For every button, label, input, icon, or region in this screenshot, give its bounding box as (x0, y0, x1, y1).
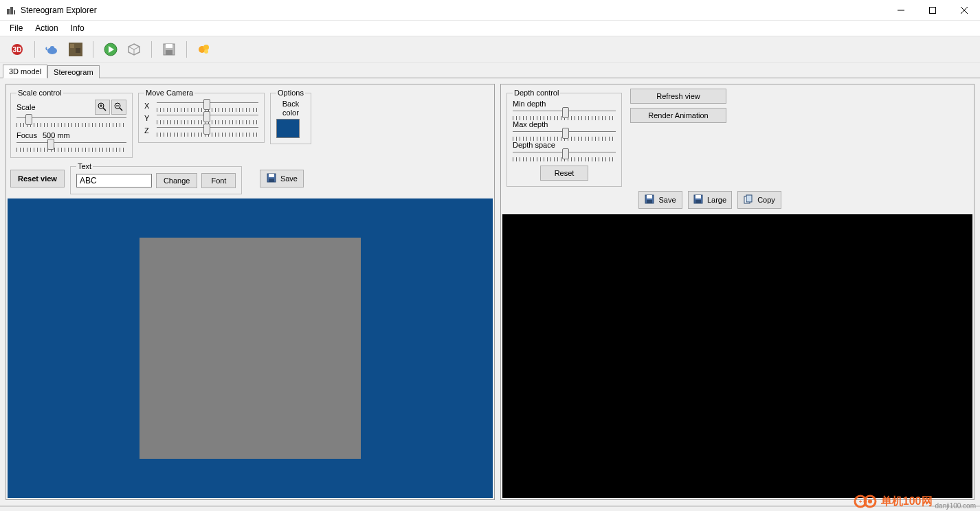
reset-view-button[interactable]: Reset view (10, 170, 65, 188)
scale-label: Scale (16, 103, 36, 111)
text-group: Text Change Font (70, 162, 243, 194)
svg-rect-1 (10, 7, 13, 14)
menu-file[interactable]: File (4, 22, 28, 34)
move-camera-legend: Move Camera (144, 89, 194, 97)
toolbar-cube-icon[interactable] (124, 39, 144, 60)
toolbar-save-icon[interactable] (159, 39, 179, 60)
text-legend: Text (76, 162, 93, 170)
focus-value: 500 mm (43, 131, 70, 139)
save-icon (693, 194, 703, 205)
refresh-view-button[interactable]: Refresh view (630, 89, 726, 104)
back-color-label: Back color (276, 100, 305, 117)
save-icon (645, 194, 654, 205)
depth-control-group: Depth control Min depth Max depth Depth … (506, 89, 622, 187)
svg-rect-41 (695, 200, 701, 203)
large-button[interactable]: Large (688, 191, 732, 209)
maximize-button[interactable] (917, 0, 948, 21)
menu-info[interactable]: Info (65, 22, 90, 34)
focus-slider[interactable] (16, 142, 126, 152)
right-save-button[interactable]: Save (638, 191, 682, 209)
text-input[interactable] (76, 174, 152, 188)
svg-text:+: + (858, 499, 862, 505)
render-animation-button[interactable]: Render Animation (630, 108, 726, 123)
back-color-swatch[interactable] (276, 119, 300, 138)
move-camera-group: Move Camera X Y Z (138, 89, 265, 143)
toolbar-separator (186, 41, 187, 58)
svg-rect-2 (14, 10, 15, 14)
svg-rect-40 (695, 195, 701, 198)
x-label: X (144, 102, 153, 110)
left-panel: Scale control Scale Focus 500 mm (5, 84, 495, 500)
right-viewport[interactable] (502, 214, 972, 498)
model-preview (140, 238, 361, 459)
svg-point-46 (868, 499, 872, 503)
close-button[interactable] (948, 0, 980, 21)
camera-x-slider[interactable] (157, 100, 258, 112)
svg-text:3D: 3D (13, 46, 22, 54)
depth-reset-button[interactable]: Reset (540, 166, 588, 181)
max-depth-slider[interactable] (513, 131, 616, 141)
svg-line-18 (134, 47, 140, 49)
toolbar: 3D (0, 36, 980, 63)
svg-rect-13 (76, 48, 80, 53)
toolbar-texture-icon[interactable] (65, 39, 86, 60)
change-button[interactable]: Change (156, 173, 198, 188)
scale-slider[interactable] (16, 117, 126, 127)
zoom-out-button[interactable] (111, 100, 126, 115)
camera-y-slider[interactable] (157, 112, 258, 124)
focus-label: Focus (16, 131, 37, 139)
y-label: Y (144, 114, 153, 122)
z-label: Z (144, 126, 153, 135)
right-panel: Depth control Min depth Max depth Depth … (500, 84, 975, 500)
zoom-in-button[interactable] (95, 100, 110, 115)
tab-stereogram[interactable]: Stereogram (47, 65, 99, 78)
svg-rect-38 (647, 200, 652, 203)
copy-label: Copy (757, 196, 775, 204)
menu-action[interactable]: Action (30, 22, 63, 34)
options-legend: Options (276, 89, 305, 97)
save-icon (267, 173, 276, 184)
tab-strip: 3D model Stereogram (0, 63, 980, 78)
tab-3d-model[interactable]: 3D model (3, 65, 47, 78)
minimize-button[interactable] (885, 0, 917, 21)
svg-rect-35 (269, 179, 274, 182)
svg-point-10 (50, 46, 54, 49)
window-controls (885, 0, 980, 21)
depth-control-legend: Depth control (513, 89, 560, 97)
svg-rect-4 (930, 7, 936, 13)
toolbar-separator (34, 41, 35, 58)
title-bar: Stereogram Explorer (0, 0, 980, 21)
toolbar-animate-icon[interactable] (194, 39, 214, 60)
save-label: Save (280, 174, 298, 183)
toolbar-separator (93, 41, 93, 58)
save-button[interactable]: Save (260, 170, 304, 188)
menu-bar: File Action Info (0, 21, 980, 36)
font-button[interactable]: Font (201, 173, 236, 188)
toolbar-separator (151, 41, 152, 58)
svg-rect-43 (746, 195, 752, 202)
camera-z-slider[interactable] (157, 124, 258, 137)
depth-space-slider[interactable] (513, 152, 616, 161)
status-bar (0, 506, 980, 511)
toolbar-teapot-icon[interactable] (42, 39, 63, 60)
watermark-text: 单机100网 (881, 495, 933, 509)
right-save-label: Save (658, 196, 676, 204)
copy-button[interactable]: Copy (737, 191, 781, 209)
svg-point-24 (203, 45, 209, 50)
watermark-icon: + (854, 493, 878, 510)
watermark: + 单机100网 danji100.com (854, 493, 976, 510)
svg-rect-37 (647, 195, 652, 198)
scale-control-legend: Scale control (16, 89, 63, 97)
svg-rect-22 (166, 50, 172, 55)
svg-line-17 (129, 47, 134, 49)
watermark-sub: danji100.com (935, 502, 976, 510)
svg-line-27 (103, 108, 106, 111)
svg-rect-21 (166, 44, 172, 48)
large-label: Large (707, 196, 726, 204)
min-depth-slider[interactable] (513, 111, 616, 120)
app-title: Stereogram Explorer (21, 5, 97, 15)
copy-icon (744, 194, 753, 205)
toolbar-play-icon[interactable] (100, 39, 121, 60)
toolbar-3d-icon[interactable]: 3D (7, 39, 27, 60)
left-viewport[interactable] (8, 198, 493, 498)
